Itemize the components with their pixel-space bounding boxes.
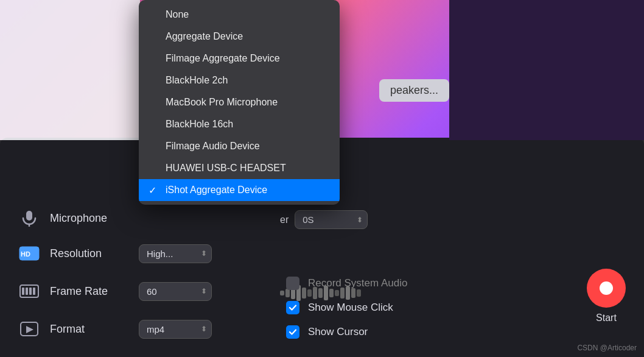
resolution-label: Resolution <box>50 247 129 260</box>
show-cursor-label: Show Cursor <box>308 326 368 338</box>
format-label: Format <box>50 323 129 336</box>
hd-icon: HD <box>18 242 40 264</box>
record-inner-dot <box>600 281 613 295</box>
timer-row: er 0S 3S 5S 10S <box>280 210 368 229</box>
show-cursor-row: Show Cursor <box>286 325 571 339</box>
dropdown-item-filmage-aggregate[interactable]: Filmage Aggregate Device <box>139 48 340 69</box>
svg-text:HD: HD <box>21 250 30 258</box>
framerate-select[interactable]: 60 30 24 <box>139 282 212 301</box>
show-mouse-click-checkbox[interactable] <box>286 301 299 314</box>
microphone-label: Microphone <box>50 212 129 225</box>
record-system-audio-label: Record System Audio <box>308 277 407 289</box>
timer-label: er <box>280 214 289 225</box>
dropdown-item-filmage-aggregate-label: Filmage Aggregate Device <box>166 53 280 63</box>
dropdown-item-aggregate-label: Aggregate Device <box>166 31 243 41</box>
format-row: Format mp4 mov avi <box>18 318 212 340</box>
timer-select[interactable]: 0S 3S 5S 10S <box>295 210 368 229</box>
svg-rect-8 <box>33 288 35 295</box>
format-select-wrapper: mp4 mov avi <box>139 320 212 339</box>
resolution-select[interactable]: High... Low Medium <box>139 244 212 263</box>
dropdown-item-macbook-mic-label: MacBook Pro Microphone <box>166 97 278 107</box>
svg-rect-6 <box>26 288 28 295</box>
timer-select-wrapper: 0S 3S 5S 10S <box>295 210 368 229</box>
microphone-dropdown: None Aggregate Device Filmage Aggregate … <box>139 0 340 205</box>
framerate-select-wrapper: 60 30 24 <box>139 282 212 301</box>
svg-rect-7 <box>29 288 32 295</box>
resolution-row: HD Resolution High... Low Medium <box>18 242 212 264</box>
selected-checkmark: ✓ <box>149 185 156 196</box>
svg-marker-10 <box>26 326 33 333</box>
watermark: CSDN @Articoder <box>577 344 637 352</box>
dropdown-item-blackhole-2ch[interactable]: BlackHole 2ch <box>139 69 340 91</box>
speaker-label: peakers... <box>390 84 438 96</box>
framerate-icon <box>18 280 40 302</box>
dropdown-item-filmage-audio-label: Filmage Audio Device <box>166 141 260 151</box>
record-system-audio-row: Record System Audio <box>286 277 571 290</box>
show-mouse-click-row: Show Mouse Click <box>286 301 571 314</box>
record-button[interactable]: Start <box>587 269 626 323</box>
dropdown-item-blackhole-2ch-label: BlackHole 2ch <box>166 75 228 85</box>
show-cursor-checkbox[interactable] <box>286 325 299 339</box>
format-icon <box>18 318 40 340</box>
dropdown-item-aggregate[interactable]: Aggregate Device <box>139 26 340 48</box>
microphone-row: Microphone <box>18 207 129 229</box>
svg-rect-0 <box>26 211 32 221</box>
right-controls: Record System Audio Show Mouse Click Sho… <box>286 277 571 339</box>
svg-rect-5 <box>22 288 24 295</box>
start-label: Start <box>596 313 617 323</box>
dropdown-item-macbook-mic[interactable]: MacBook Pro Microphone <box>139 91 340 113</box>
speaker-button[interactable]: peakers... <box>379 79 449 102</box>
dropdown-item-filmage-audio[interactable]: Filmage Audio Device <box>139 135 340 157</box>
dropdown-item-blackhole-16ch-label: BlackHole 16ch <box>166 119 233 129</box>
dropdown-item-huawei[interactable]: HUAWEI USB-C HEADSET <box>139 157 340 179</box>
dropdown-item-none-label: None <box>166 9 189 19</box>
dropdown-item-ishot[interactable]: ✓ iShot Aggregate Device <box>139 179 340 201</box>
framerate-label: Frame Rate <box>50 285 129 298</box>
top-light-panel <box>0 0 140 140</box>
watermark-text: CSDN @Articoder <box>577 344 637 352</box>
show-mouse-click-label: Show Mouse Click <box>308 302 393 314</box>
record-circle <box>587 269 626 308</box>
framerate-row: Frame Rate 60 30 24 <box>18 280 212 302</box>
dropdown-item-ishot-label: iShot Aggregate Device <box>166 185 267 195</box>
dropdown-item-none[interactable]: None <box>139 4 340 26</box>
record-system-audio-checkbox[interactable] <box>286 277 299 290</box>
microphone-icon <box>18 207 40 229</box>
top-right-dark <box>449 0 644 140</box>
format-select[interactable]: mp4 mov avi <box>139 320 212 339</box>
dropdown-item-huawei-label: HUAWEI USB-C HEADSET <box>166 163 286 173</box>
dropdown-item-blackhole-16ch[interactable]: BlackHole 16ch <box>139 113 340 135</box>
resolution-select-wrapper: High... Low Medium <box>139 244 212 263</box>
